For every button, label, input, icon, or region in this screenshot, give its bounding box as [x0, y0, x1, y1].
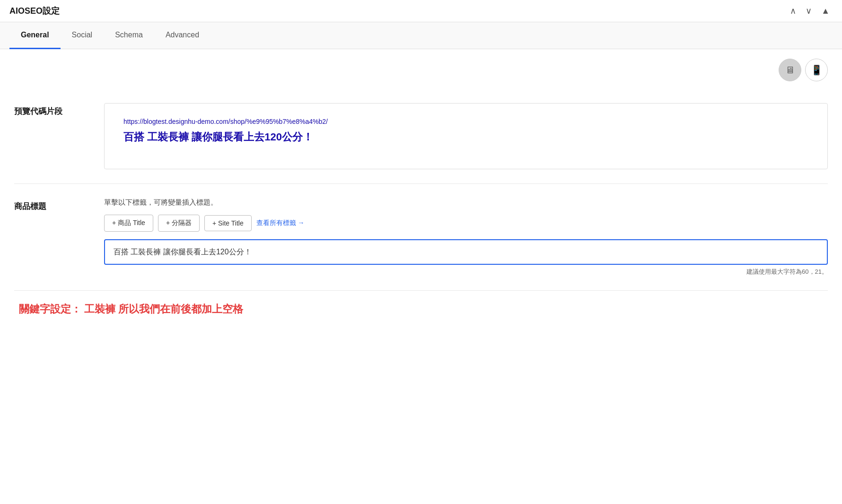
mobile-icon: 📱	[811, 64, 823, 76]
preview-content: https://blogtest.designhu-demo.com/shop/…	[104, 103, 828, 169]
annotation-text: 關鍵字設定： 工裝褲 所以我們在前後都加上空格	[14, 302, 828, 316]
page-title: AIOSEO設定	[9, 5, 60, 17]
title-hint: 單擊以下標籤，可將變量插入標題。	[104, 198, 828, 207]
preview-label: 預覽代碼片段	[14, 103, 90, 117]
view-all-tags-link[interactable]: 查看所有標籤 →	[256, 219, 305, 227]
desktop-view-button[interactable]: 🖥	[779, 59, 801, 81]
window-controls: ∧ ∨ ▲	[787, 5, 833, 17]
preview-section: 預覽代碼片段 https://blogtest.designhu-demo.co…	[14, 89, 828, 184]
site-title-tag-button[interactable]: + Site Title	[204, 215, 252, 231]
preview-url: https://blogtest.designhu-demo.com/shop/…	[123, 118, 808, 125]
title-input[interactable]	[104, 239, 828, 265]
monitor-icon: 🖥	[785, 65, 795, 76]
scroll-up-button[interactable]: ∧	[787, 5, 799, 17]
preview-title: 百搭 工裝長褲 讓你腿長看上去120公分！	[123, 130, 808, 144]
char-count: 建議使用最大字符為60，21。	[104, 268, 828, 276]
tab-advanced[interactable]: Advanced	[154, 22, 210, 49]
tab-general[interactable]: General	[9, 22, 61, 49]
scroll-down-button[interactable]: ∨	[803, 5, 815, 17]
title-label: 商品標題	[14, 198, 90, 212]
top-bar: AIOSEO設定 ∧ ∨ ▲	[0, 0, 842, 22]
tab-social[interactable]: Social	[61, 22, 104, 49]
preview-box: https://blogtest.designhu-demo.com/shop/…	[104, 103, 828, 169]
device-toggle: 🖥 📱	[14, 59, 828, 81]
expand-button[interactable]: ▲	[818, 5, 833, 17]
tab-schema[interactable]: Schema	[104, 22, 154, 49]
separator-tag-button[interactable]: + 分隔器	[158, 215, 200, 232]
mobile-view-button[interactable]: 📱	[805, 59, 828, 81]
title-content: 單擊以下標籤，可將變量插入標題。 + 商品 Title + 分隔器 + Site…	[104, 198, 828, 276]
tabs-bar: General Social Schema Advanced	[0, 22, 842, 49]
product-title-tag-button[interactable]: + 商品 Title	[104, 215, 153, 232]
tags-row: + 商品 Title + 分隔器 + Site Title 查看所有標籤 →	[104, 215, 828, 232]
main-content: 🖥 📱 預覽代碼片段 https://blogtest.designhu-dem…	[0, 49, 842, 326]
title-section: 商品標題 單擊以下標籤，可將變量插入標題。 + 商品 Title + 分隔器 +…	[14, 184, 828, 291]
